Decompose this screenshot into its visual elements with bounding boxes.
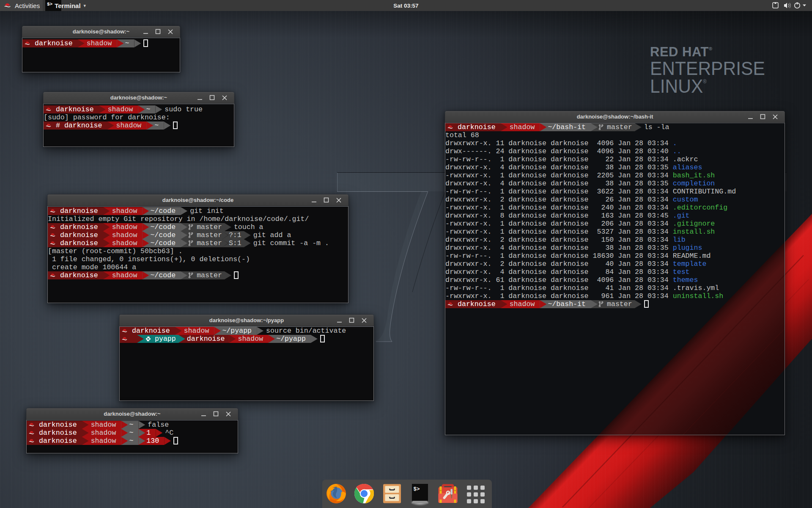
svg-text:$>: $> [414, 486, 420, 492]
